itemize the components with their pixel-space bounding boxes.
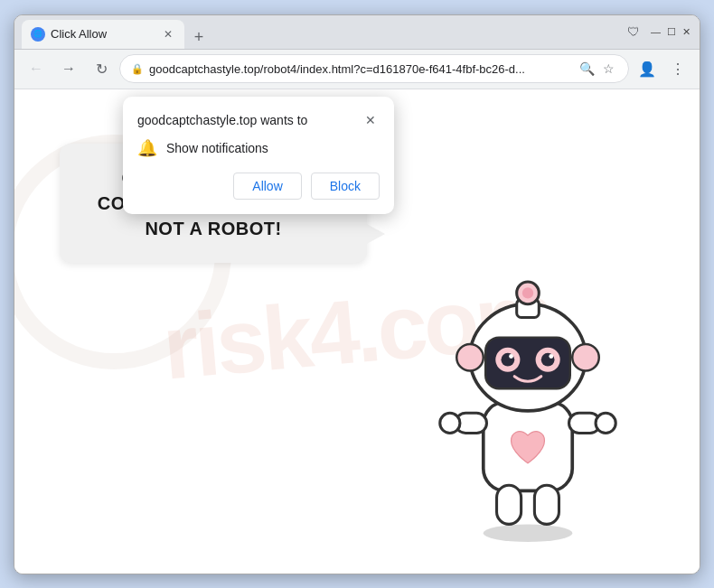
svg-point-18 [549,354,553,359]
window-controls-area: 🛡 — ☐ ✕ [621,19,692,44]
tab-title: Click Allow [51,27,155,41]
shield-download-icon[interactable]: 🛡 [621,19,646,44]
popup-buttons: Allow Block [137,173,380,200]
search-icon[interactable]: 🔍 [578,60,596,78]
svg-point-10 [456,344,484,371]
svg-point-21 [522,287,533,298]
page-content: risk4.com goodcaptchastyle.top wants to … [14,89,700,574]
bell-icon: 🔔 [137,138,157,158]
minimize-button[interactable]: — [650,26,662,38]
popup-permission-row: 🔔 Show notifications [137,138,380,158]
allow-button[interactable]: Allow [233,173,301,200]
svg-rect-6 [497,485,521,524]
popup-close-button[interactable]: ✕ [362,111,380,129]
svg-point-5 [596,413,615,433]
tab-strip: 🌐 Click Allow ✕ + [22,15,617,49]
svg-rect-7 [534,485,559,524]
browser-window: 🌐 Click Allow ✕ + 🛡 — ☐ ✕ [14,14,700,574]
address-right-icons: 🔍 ☆ [578,60,617,78]
tab-close-button[interactable]: ✕ [161,27,175,42]
popup-site-name: goodcaptchastyle.top wants to [137,113,307,127]
tab-favicon: 🌐 [31,27,45,42]
block-button[interactable]: Block [311,173,380,200]
svg-point-17 [509,354,513,359]
address-bar[interactable]: 🔒 goodcaptchastyle.top/robot4/index.html… [119,54,629,83]
favicon-globe: 🌐 [33,30,42,38]
svg-point-11 [572,344,599,371]
permission-label: Show notifications [166,141,268,155]
popup-header: goodcaptchastyle.top wants to ✕ [137,111,380,129]
profile-icon[interactable]: 👤 [633,54,662,83]
robot-svg [410,257,645,546]
new-tab-button[interactable]: + [188,27,210,49]
active-tab[interactable]: 🌐 Click Allow ✕ [22,20,184,49]
lock-icon: 🔒 [131,63,144,75]
menu-icon[interactable]: ⋮ [663,54,692,83]
svg-point-0 [484,524,572,542]
bookmark-icon[interactable]: ☆ [599,60,617,78]
notification-popup: goodcaptchastyle.top wants to ✕ 🔔 Show n… [123,97,394,214]
reload-button[interactable]: ↻ [87,54,116,83]
nav-bar: ← → ↻ 🔒 goodcaptchastyle.top/robot4/inde… [14,50,700,89]
toolbar-extras: 👤 ⋮ [633,54,692,83]
back-button[interactable]: ← [22,54,51,83]
maximize-button[interactable]: ☐ [665,26,677,38]
svg-point-3 [440,413,460,433]
robot-illustration [410,257,645,546]
title-bar: 🌐 Click Allow ✕ + 🛡 — ☐ ✕ [14,15,700,50]
address-text: goodcaptchastyle.top/robot4/index.html?c… [149,62,572,76]
close-button[interactable]: ✕ [681,26,692,38]
forward-button[interactable]: → [54,54,83,83]
